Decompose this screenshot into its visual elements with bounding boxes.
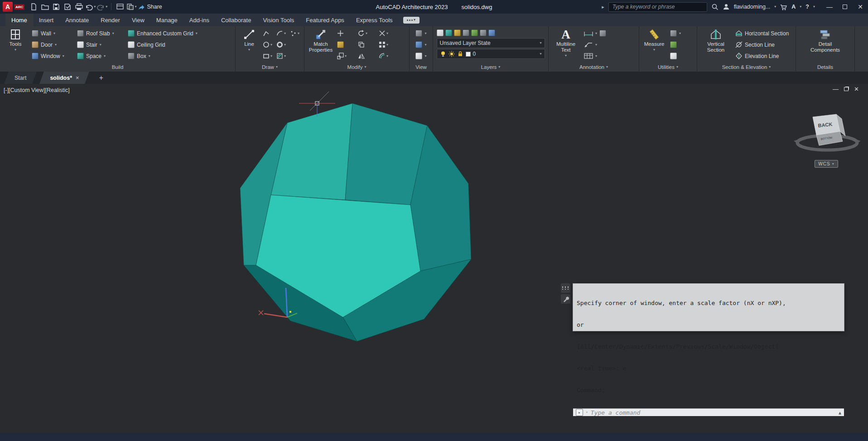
search-icon[interactable] (711, 3, 719, 10)
maximize-button[interactable] (837, 0, 853, 14)
help-button[interactable]: ? (805, 4, 809, 10)
panel-title-draw[interactable]: Draw▾ (236, 63, 304, 72)
layer-unlock-icon[interactable] (457, 51, 463, 57)
section-line-button[interactable]: Section Line (733, 39, 791, 50)
trim-button[interactable]: ▾ (377, 30, 398, 37)
quick-select-button[interactable] (668, 39, 683, 50)
panel-title-annotation[interactable]: Annotation▾ (549, 63, 639, 72)
user-name[interactable]: flaviadoming... (734, 4, 771, 10)
plot-button[interactable] (74, 1, 84, 12)
command-prompt-icon[interactable]: ▸ (576, 409, 583, 416)
drawing-viewport[interactable]: BACK BOTTOM [-][Custom View][Realistic] … (0, 84, 868, 433)
file-tab-close-icon[interactable]: × (76, 74, 79, 81)
layer-color-swatch[interactable] (466, 52, 471, 57)
new-file-button[interactable] (29, 1, 39, 12)
dimension-style-icon[interactable] (599, 30, 606, 37)
layer-on-bulb-icon[interactable] (440, 51, 446, 57)
new-drawing-tab-button[interactable]: + (96, 74, 107, 82)
scale-button[interactable]: ▾ (336, 53, 357, 59)
rotate-button[interactable]: ▾ (357, 30, 377, 37)
layer-match-icon[interactable] (445, 29, 452, 36)
recent-commands-icon[interactable]: ▾ (586, 411, 588, 414)
autodesk-dropdown-icon[interactable]: ▾ (800, 5, 801, 9)
panel-title-section-elevation[interactable]: Section & Elevation▾ (697, 63, 796, 72)
save-button[interactable] (51, 1, 61, 12)
sheet-set-button[interactable]: ▾ (126, 1, 136, 12)
donut-button[interactable]: ▾ (275, 41, 289, 48)
layer-state-dropdown[interactable]: Unsaved Layer State▾ (437, 38, 545, 48)
file-tab-solidos[interactable]: solidos* × (42, 72, 87, 84)
workspace-button[interactable] (115, 1, 125, 12)
copy-button[interactable] (357, 41, 377, 48)
tab-render[interactable]: Render (95, 14, 126, 26)
autodesk-app-icon[interactable]: A (791, 4, 796, 10)
door-button[interactable]: Door▾ (29, 39, 75, 50)
undo-button[interactable]: ▾ (85, 1, 96, 12)
tab-express-tools[interactable]: Express Tools (350, 14, 399, 26)
stair-button[interactable]: Stair▾ (75, 39, 125, 50)
viewport-controls-label[interactable]: [-][Custom View][Realistic] (4, 87, 70, 93)
hatch-button[interactable]: ▾ (275, 53, 289, 59)
dimension-button[interactable]: ▾ (582, 28, 608, 39)
tab-home[interactable]: Home (5, 14, 33, 26)
file-tab-start[interactable]: Start (6, 72, 34, 84)
polyline-button[interactable] (261, 30, 275, 37)
measure-button[interactable]: Measure▾ (641, 28, 668, 63)
tab-featured-apps[interactable]: Featured Apps (300, 14, 350, 26)
layer-freeze-icon[interactable] (463, 29, 469, 36)
line-button[interactable]: Line▾ (237, 28, 261, 63)
elevation-line-button[interactable]: Elevation Line (733, 50, 791, 62)
box-button[interactable]: Box▾ (125, 50, 214, 62)
command-expand-icon[interactable]: ▲ (839, 410, 841, 415)
point-button[interactable]: ▾ (289, 30, 302, 37)
tab-annotate[interactable]: Annotate (59, 14, 95, 26)
wall-button[interactable]: Wall▾ (29, 28, 75, 39)
panel-title-build[interactable]: Build (0, 63, 235, 72)
view-tool-3-button[interactable]: ▾ (413, 50, 429, 62)
command-input[interactable]: Type a command (591, 409, 641, 416)
detail-components-button[interactable]: Detail Components (800, 28, 850, 63)
command-line-palette[interactable]: Specify corner of window, enter a scale … (573, 283, 844, 331)
erase-button[interactable] (336, 41, 357, 48)
vertical-section-button[interactable]: Vertical Section (699, 28, 733, 63)
toolbar-dropdown-icon[interactable]: ▾ (135, 5, 136, 9)
panel-title-details[interactable]: Details (796, 63, 854, 72)
space-button[interactable]: Space▾ (75, 50, 125, 62)
tab-addins[interactable]: Add-ins (183, 14, 215, 26)
ceiling-grid-button[interactable]: Ceiling Grid (125, 39, 214, 50)
tab-vision-tools[interactable]: Vision Tools (257, 14, 300, 26)
layer-properties-icon[interactable] (437, 29, 444, 36)
table-button[interactable]: ▾ (582, 50, 608, 62)
view-tool-1-button[interactable]: ▾ (413, 28, 429, 39)
view-tool-2-button[interactable]: ▾ (413, 39, 429, 50)
id-point-button[interactable]: ▾ (668, 28, 683, 39)
horizontal-section-button[interactable]: Horizontal Section (733, 28, 791, 39)
roof-slab-button[interactable]: Roof Slab▾ (75, 28, 125, 39)
rectangle-button[interactable]: ▾ (261, 53, 275, 59)
ribbon-options-button[interactable]: ▾ (403, 17, 420, 24)
panel-title-utilities[interactable]: Utilities▾ (639, 63, 697, 72)
open-file-button[interactable] (40, 1, 50, 12)
multiline-text-button[interactable]: A Multiline Text▾ (550, 28, 582, 63)
command-input-row[interactable]: ▸ ▾ Type a command ▲ (573, 408, 844, 416)
leader-button[interactable]: ▾ (582, 39, 608, 50)
tab-collaborate[interactable]: Collaborate (215, 14, 257, 26)
tab-manage[interactable]: Manage (150, 14, 183, 26)
offset-button[interactable]: ▾ (377, 53, 398, 59)
arc-button[interactable]: ▾ (275, 30, 289, 37)
minimize-button[interactable]: — (822, 0, 837, 14)
layer-walk-icon[interactable] (488, 29, 495, 36)
layer-on-icon[interactable] (471, 29, 478, 36)
layer-isolate-icon[interactable] (454, 29, 461, 36)
cart-icon[interactable] (780, 4, 787, 10)
palette-grip-handle[interactable] (561, 283, 570, 293)
window-button[interactable]: Window▾ (29, 50, 75, 62)
doc-restore-button[interactable] (844, 87, 849, 91)
search-expand-icon[interactable]: ▸ (602, 4, 604, 10)
quick-calc-button[interactable] (668, 50, 683, 62)
undo-dropdown-icon[interactable]: ▾ (94, 5, 96, 9)
circle-button[interactable]: ▾ (261, 41, 275, 48)
search-input[interactable] (608, 2, 707, 12)
view-cube[interactable]: BACK BOTTOM (794, 114, 861, 150)
array-button[interactable]: ▾ (377, 41, 398, 48)
